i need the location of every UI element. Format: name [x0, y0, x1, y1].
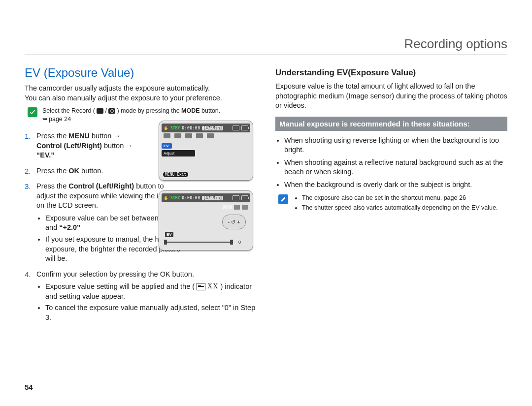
- lcd-screen-adjust: ✋ STBY 0:00:00 [475Min] 9999 - ↺ + EV 0: [159, 190, 253, 250]
- intro-text: The camcorder usually adjusts the exposu…: [25, 84, 257, 103]
- text: Confirm your selection by pressing the O…: [36, 270, 194, 278]
- menu-exit-label: MENU Exit: [163, 172, 188, 177]
- page-number: 54: [25, 383, 33, 391]
- lcd-screen-menu: ✋ STBY 0:00:00 [475Min] EV Adjust MENU E…: [159, 121, 253, 181]
- ev-menu-tag: EV: [162, 143, 172, 149]
- ui-icon: [207, 133, 214, 138]
- slider-track: [167, 242, 230, 243]
- ui-icon: [174, 133, 181, 138]
- battery-icon: [241, 125, 248, 130]
- situation-2: When shooting against a reflective natur…: [284, 158, 507, 177]
- intro-line-2: You can also manually adjust the exposur…: [25, 94, 222, 102]
- step-4-sub-2: To cancel the exposure value manually ad…: [45, 303, 257, 322]
- sd-card-icon: [233, 125, 239, 130]
- subsection-title: Understanding EV(Exposure Value): [275, 68, 507, 78]
- ev-indicator-icon: XX: [197, 282, 218, 291]
- status-remain: [475Min]: [202, 126, 223, 130]
- exposure-comp-icon: [197, 283, 205, 290]
- info-note-list: The exposure also can be set in the shor…: [293, 194, 498, 215]
- manual-page: Recording options EV (Exposure Value) Th…: [0, 0, 532, 406]
- right-column: Understanding EV(Exposure Value) Exposur…: [275, 66, 507, 329]
- text: and: [45, 223, 59, 231]
- section-title: EV (Exposure Value): [25, 66, 257, 80]
- page-ref-arrow-icon: [42, 116, 49, 123]
- slider-cap-right-icon: [230, 240, 233, 245]
- control-button-label: Control (Left/Right): [36, 142, 102, 150]
- lcd-screens: ✋ STBY 0:00:00 [475Min] EV Adjust MENU E…: [159, 121, 253, 260]
- photo-mode-icon: [108, 108, 115, 114]
- situation-1: When shooting using reverse lighting or …: [284, 136, 507, 155]
- info-note-1: The exposure also can be set in the shor…: [302, 194, 498, 202]
- sd-card-icon: [233, 195, 239, 200]
- info-box-icon: [278, 194, 288, 204]
- text: The exposure also can be set in the shor…: [302, 194, 444, 201]
- status-stby: STBY: [170, 196, 180, 200]
- recommendation-heading: Manual exposure is recommended in these …: [275, 117, 507, 131]
- step-4-sublist: Exposure value setting will be applied a…: [36, 282, 257, 322]
- adjust-row: Adjust: [162, 150, 195, 156]
- status-bar: ✋ STBY 0:00:00 [475Min]: [162, 193, 250, 202]
- text: button: [92, 132, 113, 140]
- text: Press the: [36, 132, 68, 140]
- slider-value: 0: [236, 240, 241, 245]
- ui-icon: [242, 205, 248, 210]
- arrow-right-icon: →: [113, 132, 121, 140]
- situation-3: When the background is overly dark or th…: [284, 180, 507, 190]
- mode-icons: /: [97, 107, 115, 115]
- ev-slider: 0: [164, 239, 241, 245]
- check-icon: [29, 109, 36, 116]
- control-button-label: Control (Left/Right): [68, 182, 134, 190]
- status-stby: STBY: [170, 126, 180, 130]
- understanding-text: Exposure value is the total amount of li…: [275, 82, 507, 111]
- page-ref: page 26: [444, 194, 466, 201]
- menu-button-label: MENU: [68, 132, 90, 140]
- text: Exposure value setting will be applied a…: [45, 282, 195, 290]
- text: button.: [201, 107, 220, 114]
- text: ) mode by pressing the: [117, 107, 181, 114]
- ui-icon: [164, 133, 170, 138]
- hand-icon: ✋: [164, 126, 168, 130]
- intro-line-1: The camcorder usually adjusts the exposu…: [25, 84, 210, 92]
- ui-icon: [185, 133, 192, 138]
- ev-label: EV: [165, 232, 173, 237]
- text: Press the: [36, 182, 68, 190]
- status-time: 0:00:00: [182, 196, 200, 200]
- text: Exposure value can be set between: [45, 214, 161, 222]
- ui-icon: [234, 205, 240, 210]
- hand-icon: ✋: [164, 196, 168, 200]
- text: button.: [81, 167, 103, 175]
- ok-button-label: OK: [68, 167, 79, 175]
- pencil-icon: [280, 196, 287, 203]
- photo-count: 9999: [223, 205, 232, 210]
- photo-count-row: 9999: [223, 205, 248, 210]
- status-time: 0:00:00: [182, 126, 200, 130]
- info-note-2: The shutter speed also varies automatica…: [302, 204, 498, 212]
- video-mode-icon: [97, 108, 103, 114]
- page-ref: page 24: [49, 116, 71, 123]
- info-note: The exposure also can be set in the shor…: [278, 194, 507, 215]
- content-columns: EV (Exposure Value) The camcorder usuall…: [25, 66, 507, 329]
- battery-icon: [241, 195, 248, 200]
- icon-row: [162, 133, 250, 140]
- ui-icon: [196, 133, 203, 138]
- text: button: [104, 142, 126, 150]
- ev-dial: - ↺ +: [222, 215, 246, 229]
- ev-label: “EV.”: [36, 151, 55, 159]
- step-4-sub-1: Exposure value setting will be applied a…: [45, 282, 257, 301]
- check-box-icon: [28, 107, 37, 117]
- status-bar: ✋ STBY 0:00:00 [475Min]: [162, 124, 250, 132]
- situation-list: When shooting using reverse lighting or …: [275, 136, 507, 190]
- mode-button-label: MODE: [181, 107, 200, 114]
- arrow-right-icon: →: [126, 142, 133, 150]
- text: Press the: [36, 167, 68, 175]
- text: Select the Record (: [42, 107, 95, 114]
- range-max: “+2.0”: [59, 223, 80, 231]
- chapter-title: Recording options: [25, 36, 507, 55]
- ev-placeholder: XX: [207, 282, 218, 291]
- status-remain: [475Min]: [202, 196, 223, 200]
- step-4: Confirm your selection by pressing the O…: [25, 270, 257, 323]
- slash: /: [105, 107, 106, 115]
